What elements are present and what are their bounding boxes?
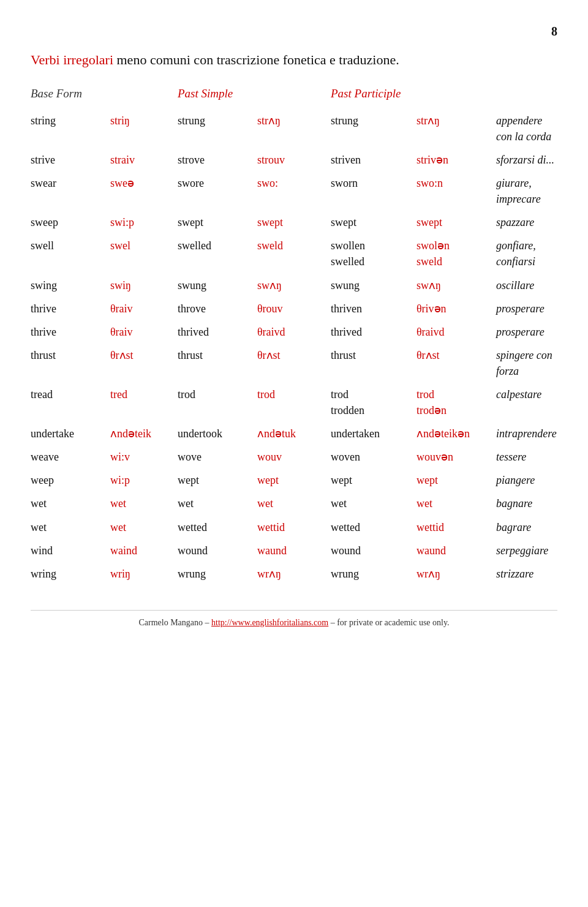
footer-link[interactable]: http://www.englishforitalians.com <box>211 618 328 627</box>
table-row: wringwriŋwrungwrʌŋwrungwrʌŋstrizzare <box>31 562 557 585</box>
table-row: treadtredtrodtrodtrodtroddentrodtrodənca… <box>31 383 557 422</box>
table-row: strivestraivstrovestrouvstrivenstrivənsf… <box>31 148 557 171</box>
header-past-participle: Past Participle <box>331 87 417 100</box>
table-row: weepwi:pweptweptweptweptpiangere <box>31 469 557 492</box>
table-row: swellswelswelledsweldswollenswelledswolə… <box>31 234 557 273</box>
table-row: sweepswi:psweptsweptsweptsweptspazzare <box>31 211 557 234</box>
table-row: wetwetwetwetwetwetbagnare <box>31 492 557 515</box>
footer-text: Carmelo Mangano – <box>138 618 211 627</box>
page-title: Verbi irregolari meno comuni con trascri… <box>31 51 557 70</box>
column-headers: Base Form Past Simple Past Participle <box>31 87 557 104</box>
footer: Carmelo Mangano – http://www.englishfori… <box>31 610 557 628</box>
footer-suffix: – for private or academic use only. <box>328 618 449 627</box>
title-red: Verbi irregolari <box>31 52 113 67</box>
table-row: thrustθrʌstthrustθrʌstthrustθrʌstspinger… <box>31 344 557 383</box>
table-row: thriveθraivthrivedθraivdthrivedθraivdpro… <box>31 320 557 344</box>
table-row: wetwetwettedwettidwettedwettidbagrare <box>31 516 557 539</box>
table-row: undertakeʌndəteikundertookʌndətukunderta… <box>31 422 557 445</box>
table-row: stringstriŋstrungstrʌŋstrungstrʌŋappende… <box>31 109 557 148</box>
table-row: swearsweəsworeswo:swornswo:ngiurare, imp… <box>31 171 557 211</box>
header-base: Base Form <box>31 87 110 100</box>
verb-table: stringstriŋstrungstrʌŋstrungstrʌŋappende… <box>31 109 557 585</box>
table-row: swingswiŋswungswʌŋswungswʌŋoscillare <box>31 274 557 297</box>
table-row: windwaindwoundwaundwoundwaundserpeggiare <box>31 539 557 562</box>
table-row: thriveθraivthroveθrouvthrivenθrivənprosp… <box>31 297 557 320</box>
table-row: weavewi:vwovewouvwovenwouvəntessere <box>31 445 557 469</box>
title-black: meno comuni con trascrizione fonetica e … <box>117 52 399 67</box>
header-past-simple: Past Simple <box>178 87 257 100</box>
page-number: 8 <box>31 24 557 39</box>
